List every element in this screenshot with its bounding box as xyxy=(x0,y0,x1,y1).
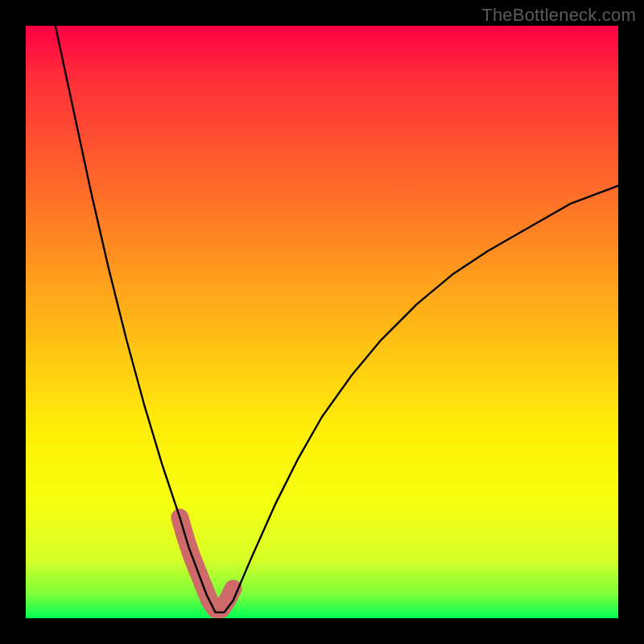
plot-area xyxy=(26,26,618,618)
chart-svg xyxy=(26,26,618,618)
main-curve xyxy=(56,26,618,613)
chart-stage: TheBottleneck.com xyxy=(0,0,644,644)
watermark-label: TheBottleneck.com xyxy=(481,5,636,26)
